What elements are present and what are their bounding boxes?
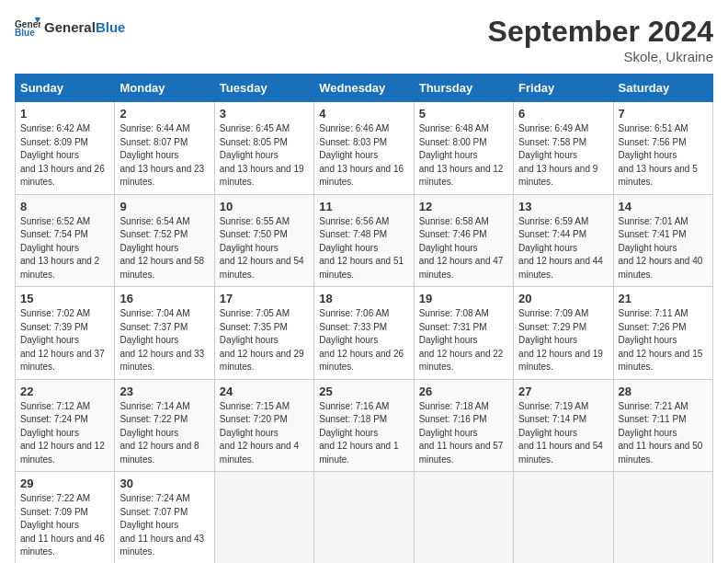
day-number: 30: [119, 477, 209, 490]
day-info: Sunrise: 7:04 AMSunset: 7:37 PMDaylight …: [119, 307, 209, 374]
day-info: Sunrise: 7:05 AMSunset: 7:35 PMDaylight …: [220, 307, 309, 374]
logo-text: GeneralBlue: [44, 20, 125, 36]
day-info: Sunrise: 7:19 AMSunset: 7:14 PMDaylight …: [518, 400, 608, 467]
day-info: Sunrise: 6:52 AMSunset: 7:54 PMDaylight …: [20, 215, 109, 282]
calendar-cell: 2Sunrise: 6:44 AMSunset: 8:07 PMDaylight…: [115, 102, 214, 195]
calendar-cell: 13Sunrise: 6:59 AMSunset: 7:44 PMDayligh…: [514, 194, 613, 287]
calendar-cell: [613, 472, 712, 564]
day-number: 22: [20, 385, 109, 398]
calendar-cell: 16Sunrise: 7:04 AMSunset: 7:37 PMDayligh…: [115, 287, 214, 380]
calendar-cell: 22Sunrise: 7:12 AMSunset: 7:24 PMDayligh…: [16, 379, 115, 472]
day-info: Sunrise: 6:55 AMSunset: 7:50 PMDaylight …: [220, 215, 309, 282]
calendar-cell: 15Sunrise: 7:02 AMSunset: 7:39 PMDayligh…: [16, 287, 115, 380]
calendar-cell: [214, 472, 313, 564]
day-number: 29: [20, 477, 109, 490]
day-number: 13: [518, 200, 608, 213]
day-number: 24: [220, 385, 309, 398]
day-number: 27: [518, 385, 608, 398]
day-info: Sunrise: 7:08 AMSunset: 7:31 PMDaylight …: [419, 307, 508, 374]
calendar-cell: 10Sunrise: 6:55 AMSunset: 7:50 PMDayligh…: [214, 194, 313, 287]
weekday-header-wednesday: Wednesday: [314, 75, 414, 102]
calendar-cell: [514, 472, 613, 564]
calendar-week-row: 8Sunrise: 6:52 AMSunset: 7:54 PMDaylight…: [16, 194, 713, 287]
weekday-header-tuesday: Tuesday: [214, 75, 313, 102]
day-info: Sunrise: 6:42 AMSunset: 8:09 PMDaylight …: [20, 122, 109, 190]
calendar-week-row: 22Sunrise: 7:12 AMSunset: 7:24 PMDayligh…: [16, 379, 713, 472]
calendar-cell: 11Sunrise: 6:56 AMSunset: 7:48 PMDayligh…: [314, 194, 414, 287]
calendar-cell: 7Sunrise: 6:51 AMSunset: 7:56 PMDaylight…: [613, 102, 712, 195]
day-info: Sunrise: 6:44 AMSunset: 8:07 PMDaylight …: [119, 122, 209, 190]
title-area: September 2024 Skole, Ukraine: [488, 15, 713, 64]
day-info: Sunrise: 6:46 AMSunset: 8:03 PMDaylight …: [319, 122, 408, 190]
day-number: 23: [119, 385, 209, 398]
calendar-cell: 3Sunrise: 6:45 AMSunset: 8:05 PMDaylight…: [214, 102, 313, 195]
calendar-cell: 12Sunrise: 6:58 AMSunset: 7:46 PMDayligh…: [414, 194, 513, 287]
day-info: Sunrise: 7:18 AMSunset: 7:16 PMDaylight …: [419, 400, 508, 467]
calendar-week-row: 1Sunrise: 6:42 AMSunset: 8:09 PMDaylight…: [16, 102, 713, 195]
calendar-cell: 17Sunrise: 7:05 AMSunset: 7:35 PMDayligh…: [214, 287, 313, 380]
calendar-cell: [414, 472, 513, 564]
weekday-header-row: SundayMondayTuesdayWednesdayThursdayFrid…: [16, 75, 713, 102]
calendar-cell: 28Sunrise: 7:21 AMSunset: 7:11 PMDayligh…: [613, 379, 712, 472]
day-number: 18: [319, 292, 408, 305]
weekday-header-sunday: Sunday: [16, 75, 115, 102]
day-number: 4: [319, 107, 408, 121]
calendar-week-row: 29Sunrise: 7:22 AMSunset: 7:09 PMDayligh…: [16, 472, 713, 564]
calendar-cell: 21Sunrise: 7:11 AMSunset: 7:26 PMDayligh…: [613, 287, 712, 380]
logo-icon: General Blue: [15, 15, 40, 40]
day-number: 19: [419, 292, 508, 305]
day-info: Sunrise: 7:02 AMSunset: 7:39 PMDaylight …: [20, 307, 109, 374]
day-info: Sunrise: 6:56 AMSunset: 7:48 PMDaylight …: [319, 215, 408, 282]
calendar-cell: 9Sunrise: 6:54 AMSunset: 7:52 PMDaylight…: [115, 194, 214, 287]
day-info: Sunrise: 7:24 AMSunset: 7:07 PMDaylight …: [119, 492, 209, 559]
day-info: Sunrise: 7:06 AMSunset: 7:33 PMDaylight …: [319, 307, 408, 374]
day-number: 12: [419, 200, 508, 213]
calendar-cell: 19Sunrise: 7:08 AMSunset: 7:31 PMDayligh…: [414, 287, 513, 380]
calendar-cell: 4Sunrise: 6:46 AMSunset: 8:03 PMDaylight…: [314, 102, 414, 195]
day-number: 2: [119, 107, 209, 121]
day-info: Sunrise: 6:54 AMSunset: 7:52 PMDaylight …: [119, 215, 209, 282]
day-number: 10: [220, 200, 309, 213]
calendar-cell: 18Sunrise: 7:06 AMSunset: 7:33 PMDayligh…: [314, 287, 414, 380]
day-info: Sunrise: 7:16 AMSunset: 7:18 PMDaylight …: [319, 400, 408, 467]
day-info: Sunrise: 7:22 AMSunset: 7:09 PMDaylight …: [20, 492, 109, 559]
day-number: 28: [619, 385, 708, 398]
weekday-header-saturday: Saturday: [613, 75, 712, 102]
day-number: 14: [619, 200, 708, 213]
day-number: 11: [319, 200, 408, 213]
day-number: 9: [119, 200, 209, 213]
day-number: 21: [619, 292, 708, 305]
day-info: Sunrise: 7:15 AMSunset: 7:20 PMDaylight …: [220, 400, 309, 467]
day-number: 7: [619, 107, 708, 121]
page-header: General Blue GeneralBlue September 2024 …: [15, 15, 713, 64]
day-info: Sunrise: 7:21 AMSunset: 7:11 PMDaylight …: [619, 400, 708, 467]
weekday-header-friday: Friday: [514, 75, 613, 102]
day-number: 25: [319, 385, 408, 398]
day-number: 15: [20, 292, 109, 305]
day-info: Sunrise: 6:45 AMSunset: 8:05 PMDaylight …: [220, 122, 309, 190]
day-number: 20: [518, 292, 608, 305]
day-info: Sunrise: 6:49 AMSunset: 7:58 PMDaylight …: [518, 122, 608, 190]
day-number: 6: [518, 107, 608, 121]
calendar-cell: 25Sunrise: 7:16 AMSunset: 7:18 PMDayligh…: [314, 379, 414, 472]
calendar-table: SundayMondayTuesdayWednesdayThursdayFrid…: [15, 74, 713, 563]
day-info: Sunrise: 6:59 AMSunset: 7:44 PMDaylight …: [518, 215, 608, 282]
day-info: Sunrise: 6:58 AMSunset: 7:46 PMDaylight …: [419, 215, 508, 282]
calendar-cell: 5Sunrise: 6:48 AMSunset: 8:00 PMDaylight…: [414, 102, 513, 195]
calendar-cell: 24Sunrise: 7:15 AMSunset: 7:20 PMDayligh…: [214, 379, 313, 472]
calendar-cell: 1Sunrise: 6:42 AMSunset: 8:09 PMDaylight…: [16, 102, 115, 195]
weekday-header-monday: Monday: [115, 75, 214, 102]
day-number: 1: [20, 107, 109, 121]
calendar-cell: 20Sunrise: 7:09 AMSunset: 7:29 PMDayligh…: [514, 287, 613, 380]
calendar-cell: [314, 472, 414, 564]
day-info: Sunrise: 6:48 AMSunset: 8:00 PMDaylight …: [419, 122, 508, 190]
day-info: Sunrise: 7:11 AMSunset: 7:26 PMDaylight …: [619, 307, 708, 374]
day-info: Sunrise: 6:51 AMSunset: 7:56 PMDaylight …: [619, 122, 708, 190]
day-number: 5: [419, 107, 508, 121]
calendar-cell: 6Sunrise: 6:49 AMSunset: 7:58 PMDaylight…: [514, 102, 613, 195]
day-info: Sunrise: 7:12 AMSunset: 7:24 PMDaylight …: [20, 400, 109, 467]
month-title: September 2024: [488, 15, 713, 49]
calendar-cell: 27Sunrise: 7:19 AMSunset: 7:14 PMDayligh…: [514, 379, 613, 472]
calendar-cell: 30Sunrise: 7:24 AMSunset: 7:07 PMDayligh…: [115, 472, 214, 564]
svg-text:Blue: Blue: [15, 28, 35, 38]
